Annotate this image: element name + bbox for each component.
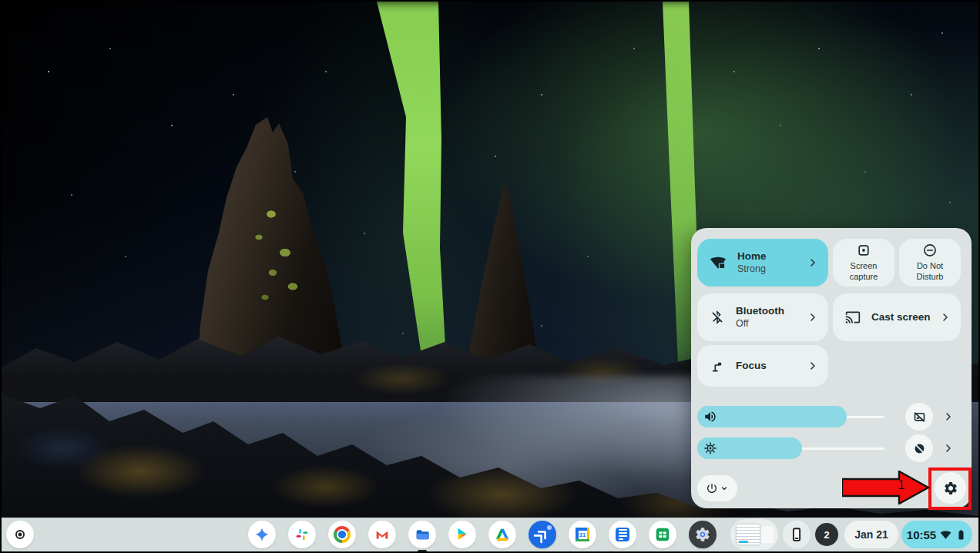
desktop: Home Strong Screen capture Do Not Di [2, 2, 978, 551]
running-app-indicator [418, 550, 427, 551]
sun-icon [703, 441, 717, 455]
holding-space-button[interactable] [730, 519, 778, 550]
shelf-app-drive[interactable] [488, 521, 516, 548]
screen-capture-tile[interactable]: Screen capture [833, 239, 894, 287]
launcher-button[interactable] [6, 521, 34, 548]
chevron-right-icon [807, 311, 819, 323]
quick-settings-panel: Home Strong Screen capture Do Not Di [691, 228, 972, 508]
chevron-right-icon [807, 256, 819, 269]
shelf-app-slack[interactable] [288, 521, 316, 548]
cast-screen-label: Cast screen [871, 311, 931, 324]
audio-settings-chevron[interactable] [942, 411, 955, 423]
lamp-icon [710, 358, 725, 374]
display-off-icon [912, 410, 927, 424]
network-strength: Strong [737, 263, 767, 276]
shelf-app-assistant[interactable] [248, 521, 276, 548]
focus-label: Focus [736, 360, 767, 373]
shelf-app-calendar[interactable]: 31 [569, 521, 596, 548]
screenshot-preview-accent [739, 541, 748, 543]
phone-hub-button[interactable] [783, 521, 811, 548]
audio-output-toggle-button[interactable] [905, 403, 933, 431]
chevron-right-icon [939, 311, 951, 323]
screencast-icon [529, 521, 556, 548]
chevron-right-icon [807, 360, 819, 372]
screen: Home Strong Screen capture Do Not Di [0, 0, 980, 553]
screen-capture-label: Screen capture [839, 261, 888, 283]
launcher-icon [10, 525, 30, 545]
calendar-day: 31 [576, 528, 589, 541]
phone-icon [788, 526, 805, 543]
play-store-icon [454, 526, 471, 543]
bluetooth-title: Bluetooth [736, 305, 784, 318]
cast-icon [845, 310, 861, 325]
battery-icon [955, 529, 967, 541]
shelf-app-play-store[interactable] [448, 521, 476, 548]
chrome-icon [334, 526, 351, 543]
calendar-date-button[interactable]: Jan 21 [844, 521, 898, 548]
speaker-icon [703, 410, 717, 424]
do-not-disturb-tile[interactable]: Do Not Disturb [899, 239, 961, 287]
night-light-toggle-button[interactable] [905, 434, 933, 462]
shelf-apps: 31 [248, 521, 717, 548]
shelf-app-settings[interactable] [689, 521, 717, 548]
minus-circle-icon [922, 243, 938, 258]
brightness-slider[interactable] [697, 437, 884, 459]
gear-icon [943, 481, 958, 496]
chevron-down-icon [720, 484, 729, 493]
shelf-app-files[interactable] [408, 521, 436, 548]
network-tile[interactable]: Home Strong [697, 239, 828, 287]
status-tray[interactable]: 10:55 [901, 521, 972, 548]
annotation-arrow [842, 471, 930, 504]
annotation-step-label: 1 [893, 478, 910, 492]
do-not-disturb-label: Do Not Disturb [910, 261, 950, 283]
shelf-app-chrome[interactable] [328, 521, 356, 548]
docs-icon [616, 528, 629, 541]
drive-icon [494, 526, 511, 543]
screenshot-preview-ghost [761, 526, 774, 543]
assistant-spark-icon [253, 525, 271, 544]
settings-button[interactable] [935, 472, 966, 504]
shelf-app-sheets[interactable] [649, 521, 676, 548]
date-label: Jan 21 [854, 528, 888, 541]
wifi-icon [940, 529, 951, 541]
focus-tile[interactable]: Focus [697, 345, 828, 387]
shelf-app-docs[interactable] [609, 521, 636, 548]
power-button[interactable] [697, 475, 737, 501]
bluetooth-state: Off [736, 318, 784, 330]
slack-icon [293, 525, 311, 544]
gmail-icon [374, 526, 391, 543]
shelf: 31 [2, 518, 978, 551]
volume-slider[interactable] [697, 406, 884, 427]
sheets-icon [654, 526, 671, 543]
bluetooth-off-icon [710, 310, 725, 325]
night-light-off-icon [912, 441, 927, 456]
bluetooth-tile[interactable]: Bluetooth Off [697, 293, 828, 341]
files-folder-icon [413, 525, 431, 544]
wifi-lock-icon [710, 254, 727, 271]
display-settings-chevron[interactable] [942, 442, 955, 454]
notification-count: 2 [824, 529, 829, 541]
cast-screen-tile[interactable]: Cast screen [833, 293, 961, 341]
clock: 10:55 [907, 528, 936, 541]
shelf-app-gmail[interactable] [368, 521, 396, 548]
volume-slider-fill [697, 406, 847, 427]
power-icon [706, 482, 718, 494]
gear-icon [694, 526, 711, 543]
calendar-icon: 31 [576, 528, 589, 541]
notification-counter[interactable]: 2 [815, 523, 838, 546]
network-name: Home [737, 250, 767, 263]
brightness-slider-fill [697, 437, 802, 459]
shelf-app-screencast[interactable] [529, 521, 556, 548]
screenshot-icon [856, 243, 871, 258]
